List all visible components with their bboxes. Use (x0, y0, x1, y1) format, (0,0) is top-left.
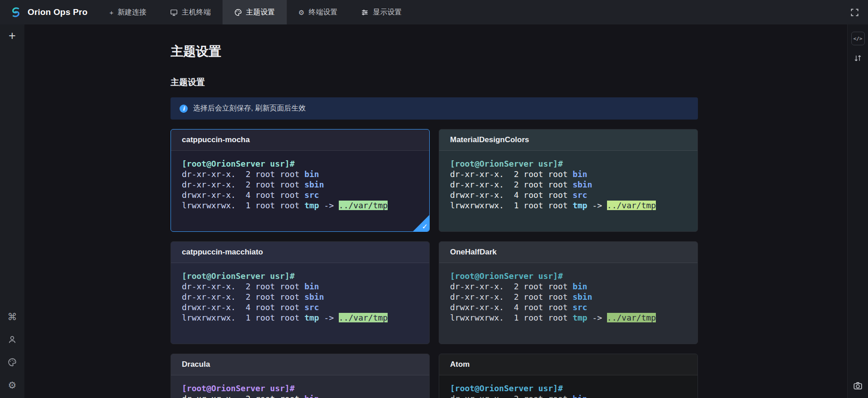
terminal-prompt: [root@OrionServer usr]# (450, 383, 687, 393)
terminal-preview: [root@OrionServer usr]#dr-xr-xr-x. 2 roo… (171, 375, 429, 398)
terminal-dir-text: sbin (304, 180, 324, 189)
nav-item-display-settings[interactable]: 显示设置 (349, 0, 413, 24)
terminal-dir-text: bin (304, 394, 319, 398)
nav-item-label: 新建连接 (118, 8, 147, 17)
sort-icon[interactable] (854, 54, 862, 62)
theme-card[interactable]: MaterialDesignColors [root@OrionServer u… (439, 129, 698, 232)
theme-name: MaterialDesignColors (450, 135, 529, 144)
terminal-prompt: [root@OrionServer usr]# (182, 158, 418, 169)
terminal-prompt: [root@OrionServer usr]# (182, 271, 418, 281)
terminal-text: drwxr-xr-x. 4 root root (182, 302, 304, 312)
nav-item-label: 终端设置 (308, 8, 337, 17)
theme-palette-icon[interactable] (8, 358, 17, 367)
gear-icon: ⚙ (299, 9, 304, 16)
nav-item-terminal-settings[interactable]: ⚙ 终端设置 (287, 0, 349, 24)
right-rail-bottom (853, 381, 863, 398)
terminal-line: dr-xr-xr-x. 2 root root bin (182, 281, 418, 292)
terminal-text: dr-xr-xr-x. 2 root root (450, 180, 573, 189)
terminal-prompt: [root@OrionServer usr]# (450, 271, 687, 281)
terminal-text: dr-xr-xr-x. 2 root root (450, 394, 573, 398)
left-rail-bottom: ⌘ ⚙ (8, 312, 17, 398)
content-column: 主题设置 主题设置 i 选择后会立刻保存, 刷新页面后生效 catppuccin… (171, 24, 698, 398)
theme-cards-grid: catppuccin-mocha [root@OrionServer usr]#… (171, 129, 698, 398)
terminal-line: lrwxrwxrwx. 1 root root tmp -> ../var/tm… (182, 312, 418, 323)
theme-card-header: Atom (439, 354, 697, 375)
terminal-dir-text: sbin (573, 180, 592, 189)
terminal-line: drwxr-xr-x. 4 root root src (182, 190, 418, 200)
right-rail: </> (847, 24, 868, 398)
terminal-text: lrwxrwxrwx. 1 root root (450, 201, 573, 210)
terminal-line: drwxr-xr-x. 4 root root src (450, 302, 687, 312)
terminal-line: dr-xr-xr-x. 2 root root bin (450, 393, 687, 398)
nav-item-theme-settings[interactable]: 主题设置 (223, 0, 287, 24)
theme-card[interactable]: catppuccin-macchiato [root@OrionServer u… (171, 241, 430, 344)
palette-icon (234, 9, 242, 16)
nav-item-new-connection[interactable]: + 新建连接 (98, 0, 158, 24)
theme-card[interactable]: Atom [root@OrionServer usr]#dr-xr-xr-x. … (439, 354, 698, 398)
theme-name: Dracula (182, 360, 210, 369)
sliders-icon (361, 9, 369, 16)
terminal-preview: [root@OrionServer usr]#dr-xr-xr-x. 2 roo… (439, 151, 697, 229)
theme-card[interactable]: OneHalfDark [root@OrionServer usr]#dr-xr… (439, 241, 698, 344)
terminal-dir-text: bin (573, 394, 588, 398)
terminal-target-text: ../var/tmp (607, 313, 656, 322)
terminal-line: dr-xr-xr-x. 2 root root sbin (182, 179, 418, 190)
terminal-line: dr-xr-xr-x. 2 root root sbin (450, 292, 687, 302)
terminal-dir-text: src (304, 190, 319, 200)
terminal-prompt: [root@OrionServer usr]# (182, 383, 418, 393)
terminal-text: dr-xr-xr-x. 2 root root (182, 394, 304, 398)
theme-card-header: MaterialDesignColors (439, 129, 697, 151)
terminal-preview: [root@OrionServer usr]#dr-xr-xr-x. 2 roo… (439, 375, 697, 398)
terminal-text: drwxr-xr-x. 4 root root (450, 302, 573, 312)
terminal-link-text: tmp (573, 201, 588, 210)
new-tab-plus-icon[interactable]: + (9, 30, 16, 42)
theme-card-header: OneHalfDark (439, 242, 697, 263)
terminal-text: dr-xr-xr-x. 2 root root (182, 180, 304, 189)
terminal-dir-text: bin (573, 169, 588, 179)
terminal-text: dr-xr-xr-x. 2 root root (182, 169, 304, 179)
app-logo-icon (9, 5, 23, 19)
terminal-dir-text: src (304, 302, 319, 312)
terminal-dir-text: src (573, 190, 588, 200)
app-brand[interactable]: Orion Ops Pro (0, 0, 98, 24)
theme-name: Atom (450, 360, 470, 369)
plus-icon: + (109, 9, 114, 16)
command-icon[interactable]: ⌘ (8, 312, 17, 321)
terminal-prompt: [root@OrionServer usr]# (450, 158, 687, 169)
theme-card[interactable]: catppuccin-mocha [root@OrionServer usr]#… (171, 129, 430, 232)
theme-name: catppuccin-mocha (182, 135, 250, 144)
nav-item-label: 显示设置 (373, 8, 402, 17)
terminal-dir-text: sbin (573, 292, 592, 302)
terminal-line: lrwxrwxrwx. 1 root root tmp -> ../var/tm… (450, 312, 687, 323)
nav-item-label: 主题设置 (246, 8, 275, 17)
terminal-text: -> (319, 201, 338, 210)
code-toggle-icon[interactable]: </> (851, 32, 865, 45)
theme-card[interactable]: Dracula [root@OrionServer usr]#dr-xr-xr-… (171, 354, 430, 398)
terminal-line: dr-xr-xr-x. 2 root root bin (182, 169, 418, 179)
alert-text: 选择后会立刻保存, 刷新页面后生效 (193, 104, 306, 113)
theme-name: OneHalfDark (450, 248, 497, 256)
terminal-line: lrwxrwxrwx. 1 root root tmp -> ../var/tm… (182, 200, 418, 211)
terminal-line: dr-xr-xr-x. 2 root root bin (450, 281, 687, 292)
terminal-link-text: tmp (304, 201, 319, 210)
settings-gear-icon[interactable]: ⚙ (8, 380, 17, 390)
terminal-line: dr-xr-xr-x. 2 root root sbin (182, 292, 418, 302)
screenshot-camera-icon[interactable] (853, 381, 863, 391)
terminal-line: drwxr-xr-x. 4 root root src (450, 190, 687, 200)
terminal-text: lrwxrwxrwx. 1 root root (182, 201, 304, 210)
terminal-text: dr-xr-xr-x. 2 root root (450, 169, 573, 179)
user-icon[interactable] (8, 335, 17, 344)
check-icon: ✓ (422, 223, 428, 230)
top-nav: + 新建连接 主机终端 主题设置 ⚙ 终端 (98, 0, 413, 24)
fullscreen-icon[interactable] (850, 8, 859, 17)
terminal-target-text: ../var/tmp (339, 313, 388, 322)
theme-card-header: catppuccin-mocha (171, 129, 429, 151)
left-rail: + ⌘ ⚙ (0, 24, 24, 398)
top-navbar: Orion Ops Pro + 新建连接 主机终端 (0, 0, 868, 24)
terminal-text: dr-xr-xr-x. 2 root root (450, 282, 573, 291)
nav-item-host-terminal[interactable]: 主机终端 (158, 0, 223, 24)
terminal-text: drwxr-xr-x. 4 root root (182, 190, 304, 200)
info-alert: i 选择后会立刻保存, 刷新页面后生效 (171, 97, 698, 120)
main-content: 主题设置 主题设置 i 选择后会立刻保存, 刷新页面后生效 catppuccin… (24, 24, 847, 398)
terminal-text: dr-xr-xr-x. 2 root root (182, 292, 304, 302)
